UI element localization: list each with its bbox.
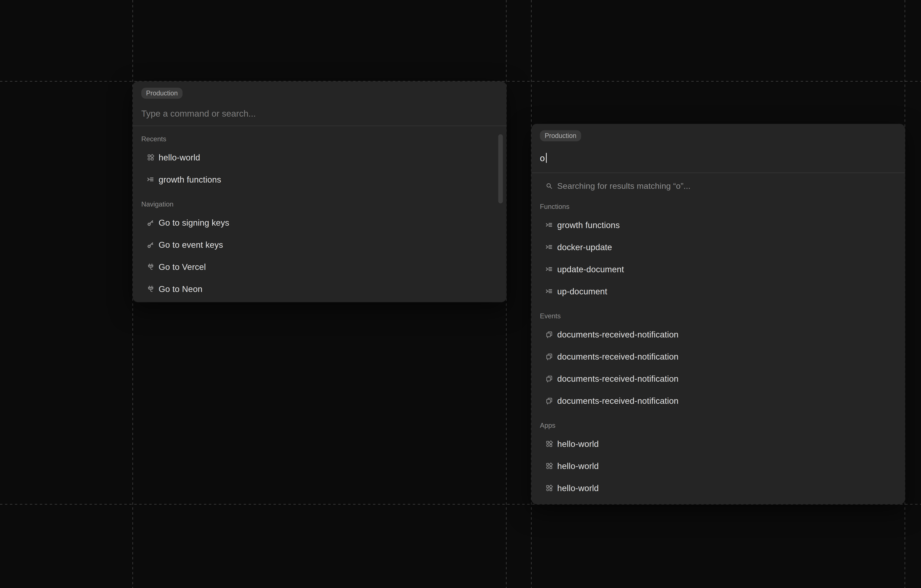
list-item-label: documents-received-notification	[557, 396, 679, 406]
command-input-placeholder: Type a command or search...	[141, 109, 256, 119]
function-icon	[545, 222, 553, 229]
list-item[interactable]: docker-update	[531, 236, 900, 258]
canvas: Production Type a command or search... R…	[0, 0, 921, 588]
list-item-label: docker-update	[557, 242, 612, 252]
list-item-label: Go to event keys	[159, 240, 223, 250]
section-label: Navigation	[141, 200, 501, 208]
event-icon	[545, 375, 553, 383]
list-item[interactable]: hello-world	[531, 455, 900, 477]
list-item-label: hello-world	[159, 153, 200, 163]
list-item[interactable]: Go to Vercel	[133, 256, 501, 278]
app-icon	[147, 154, 155, 161]
scrollbar-thumb[interactable]	[498, 134, 503, 204]
list-item-label: hello-world	[557, 439, 599, 449]
list-item[interactable]: hello-world	[133, 147, 501, 169]
function-icon	[147, 176, 155, 183]
function-icon	[545, 265, 553, 273]
list-item-label: documents-received-notification	[557, 352, 679, 362]
section-label: Functions	[540, 202, 900, 211]
list-item[interactable]: Go to Neon	[133, 278, 501, 300]
plug-icon	[147, 285, 155, 293]
list-item[interactable]: documents-received-notification	[531, 345, 900, 368]
plug-icon	[147, 263, 155, 270]
list-item[interactable]: up-document	[531, 280, 900, 303]
function-icon	[545, 288, 553, 295]
key-icon	[147, 241, 155, 249]
list-item[interactable]: growth functions	[531, 214, 900, 236]
command-palette-right: Production o Searching for results match…	[531, 124, 905, 504]
list-item-label: growth functions	[159, 174, 221, 184]
list-item-label: documents-received-notification	[557, 329, 679, 339]
list-item[interactable]: Go to signing keys	[133, 212, 501, 234]
results-list: Recents hello-world growth functionsNavi…	[133, 125, 501, 300]
command-input[interactable]: Type a command or search...	[141, 109, 498, 119]
function-icon	[545, 244, 553, 251]
list-item-label: update-document	[557, 264, 624, 274]
list-item[interactable]: hello-world	[531, 433, 900, 455]
list-item[interactable]: documents-received-notification	[531, 390, 900, 412]
list-item[interactable]: Go to event keys	[133, 234, 501, 256]
section-label: Events	[540, 312, 900, 320]
list-item[interactable]: documents-received-notification	[531, 324, 900, 345]
app-icon	[545, 463, 553, 470]
section-label: Apps	[540, 421, 900, 430]
list-item[interactable]: update-document	[531, 258, 900, 280]
app-icon	[545, 440, 553, 448]
key-icon	[147, 219, 155, 226]
command-input-value: o	[540, 153, 545, 163]
list-item-label: up-document	[557, 287, 607, 296]
search-status-text: Searching for results matching “o”...	[557, 181, 691, 191]
section-label: Recents	[141, 135, 501, 143]
command-input[interactable]: o	[540, 153, 897, 163]
list-item[interactable]: hello-world	[531, 477, 900, 499]
list-item-label: growth functions	[557, 220, 620, 230]
app-icon	[545, 484, 553, 492]
list-item-label: hello-world	[557, 461, 599, 471]
environment-badge: Production	[141, 88, 182, 99]
command-palette-left: Production Type a command or search... R…	[133, 81, 506, 302]
search-status-row: Searching for results matching “o”...	[531, 175, 900, 197]
list-item-label: Go to signing keys	[159, 218, 229, 228]
list-item-label: Go to Neon	[159, 284, 202, 294]
list-item-label: documents-received-notification	[557, 374, 679, 384]
search-icon	[545, 182, 553, 190]
event-icon	[545, 397, 553, 404]
list-item[interactable]: growth functions	[133, 169, 501, 191]
list-item-label: hello-world	[557, 483, 599, 493]
event-icon	[545, 331, 553, 338]
results-list: Searching for results matching “o”... Fu…	[531, 173, 900, 499]
list-item-label: Go to Vercel	[159, 262, 206, 272]
environment-badge: Production	[540, 130, 581, 141]
text-caret	[546, 153, 547, 163]
list-item[interactable]: documents-received-notification	[531, 368, 900, 390]
event-icon	[545, 353, 553, 360]
